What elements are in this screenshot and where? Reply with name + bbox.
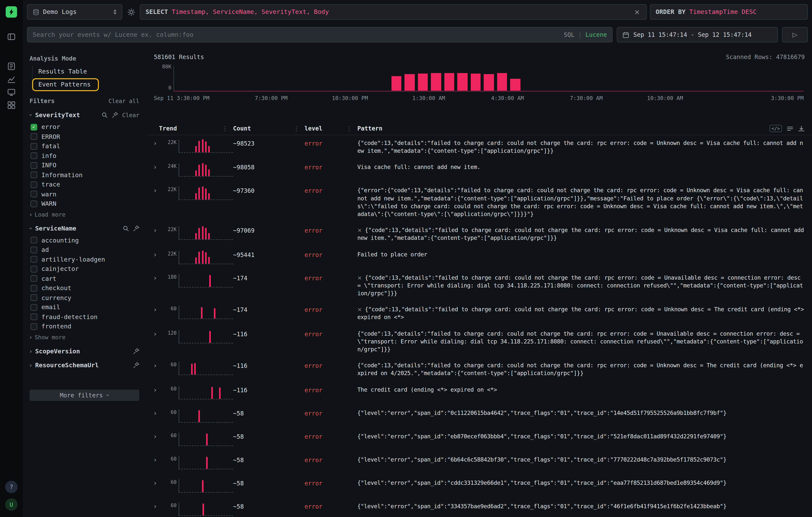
search-icon[interactable]: [102, 112, 108, 118]
checkbox-warn[interactable]: [30, 191, 37, 197]
date-range-picker[interactable]: Sep 11 15:47:14 - Sep 12 15:47:14: [617, 27, 778, 42]
header-pattern[interactable]: Pattern: [357, 124, 805, 132]
filter-option-fraud-detection[interactable]: fraud-detection: [30, 312, 139, 321]
histogram-bar[interactable]: [497, 73, 507, 91]
filter-option-information[interactable]: Information: [30, 170, 139, 180]
row-expand-chevron[interactable]: ›: [154, 187, 164, 195]
checkbox-info[interactable]: [30, 162, 37, 169]
checkbox-error[interactable]: ✓: [30, 124, 37, 130]
filter-group-scopeversion[interactable]: › ScopeVersion: [30, 347, 139, 354]
header-trend[interactable]: Trend⋮: [159, 124, 233, 132]
logs-icon[interactable]: [7, 62, 16, 71]
checkbox-error[interactable]: [30, 133, 37, 140]
row-expand-chevron[interactable]: ›: [154, 274, 164, 282]
grid-dashboard-icon[interactable]: [7, 100, 16, 110]
row-expand-chevron[interactable]: ›: [154, 306, 164, 314]
gear-icon[interactable]: [125, 8, 137, 16]
sql-select-input[interactable]: SELECT Timestamp, ServiceName, SeverityT…: [140, 4, 647, 20]
mode-sql-button[interactable]: SQL: [564, 31, 575, 38]
checkbox-trace[interactable]: [30, 181, 37, 188]
row-density-icon[interactable]: [787, 125, 793, 132]
histogram-bar[interactable]: [431, 73, 441, 91]
histogram-bar[interactable]: [470, 74, 481, 91]
row-expand-chevron[interactable]: ›: [154, 362, 164, 370]
checkbox-information[interactable]: [30, 172, 37, 178]
user-avatar[interactable]: U: [5, 498, 18, 511]
filter-option-cart[interactable]: cart: [30, 274, 139, 283]
filter-option-trace[interactable]: trace: [30, 180, 139, 189]
filter-option-error[interactable]: ✓error: [30, 122, 139, 132]
checkbox-currency[interactable]: [30, 294, 37, 301]
row-expand-chevron[interactable]: ›: [154, 330, 164, 338]
run-query-button[interactable]: ▷: [782, 27, 808, 42]
checkbox-artillery-loadgen[interactable]: [30, 256, 37, 263]
checkbox-ad[interactable]: [30, 247, 37, 253]
clear-query-icon[interactable]: ×: [633, 8, 641, 16]
clear-all-filters-button[interactable]: Clear all: [108, 98, 139, 105]
row-expand-chevron[interactable]: ›: [154, 409, 164, 417]
app-logo-bolt-icon[interactable]: [6, 6, 17, 18]
filter-option-frontend[interactable]: frontend: [30, 322, 139, 331]
checkbox-warn[interactable]: [30, 200, 37, 207]
row-expand-chevron[interactable]: ›: [154, 227, 164, 234]
header-count[interactable]: Count⋮: [233, 124, 304, 132]
search-input[interactable]: Search your events w/ Lucene ex. column:…: [27, 27, 613, 42]
code-view-button[interactable]: </>: [770, 125, 782, 132]
checkbox-frontend[interactable]: [30, 323, 37, 330]
pin-icon[interactable]: [133, 348, 139, 354]
checkbox-fraud-detection[interactable]: [30, 314, 37, 320]
row-expand-chevron[interactable]: ›: [154, 456, 164, 463]
filter-option-currency[interactable]: currency: [30, 293, 139, 303]
checkbox-checkout[interactable]: [30, 285, 37, 291]
row-expand-chevron[interactable]: ›: [154, 432, 164, 440]
histogram-bar[interactable]: [457, 73, 467, 91]
mode-results-table[interactable]: Results Table: [38, 66, 93, 77]
checkbox-accounting[interactable]: [30, 237, 37, 243]
filter-option-warn[interactable]: warn: [30, 189, 139, 199]
pin-icon[interactable]: [133, 225, 139, 231]
filter-option-artillery-loadgen[interactable]: artillery-loadgen: [30, 255, 139, 264]
search-icon[interactable]: [123, 225, 129, 231]
row-expand-chevron[interactable]: ›: [154, 502, 164, 510]
filter-option-warn[interactable]: WARN: [30, 199, 139, 208]
filter-option-email[interactable]: email: [30, 303, 139, 312]
help-button[interactable]: ?: [5, 481, 18, 493]
load-more-link[interactable]: ›Load more: [30, 211, 139, 218]
order-by-input[interactable]: ORDER BY TimestampTime DESC: [650, 4, 808, 20]
clear-severity-button[interactable]: Clear: [122, 112, 139, 118]
chevron-down-icon[interactable]: ›: [28, 114, 34, 116]
events-histogram[interactable]: 80K 0: [154, 63, 805, 94]
filter-option-fatal[interactable]: fatal: [30, 141, 139, 151]
checkbox-cart[interactable]: [30, 275, 37, 282]
show-more-link[interactable]: ›Show more: [30, 334, 139, 341]
column-drag-handle[interactable]: ⋮: [293, 124, 304, 132]
mode-lucene-button[interactable]: Lucene: [585, 31, 607, 38]
filter-group-name[interactable]: SeverityText: [35, 111, 80, 119]
checkbox-info[interactable]: [30, 152, 37, 159]
mode-event-patterns[interactable]: Event Patterns: [32, 78, 99, 91]
panel-left-icon[interactable]: [7, 32, 16, 41]
pin-icon[interactable]: [112, 112, 118, 118]
filter-option-checkout[interactable]: checkout: [30, 283, 139, 293]
histogram-bar[interactable]: [484, 74, 494, 91]
row-expand-chevron[interactable]: ›: [154, 251, 164, 258]
row-expand-chevron[interactable]: ›: [154, 386, 164, 394]
download-icon[interactable]: [798, 125, 805, 132]
filter-option-error[interactable]: ERROR: [30, 132, 139, 141]
filter-group-resourceschemaurl[interactable]: › ResourceSchemaUrl: [30, 362, 139, 369]
filter-option-cainjector[interactable]: cainjector: [30, 264, 139, 274]
filter-option-info[interactable]: info: [30, 151, 139, 161]
row-expand-chevron[interactable]: ›: [154, 479, 164, 487]
histogram-bar[interactable]: [392, 77, 401, 91]
source-select[interactable]: Demo Logs: [27, 4, 122, 20]
filter-option-accounting[interactable]: accounting: [30, 235, 139, 245]
histogram-bar[interactable]: [510, 79, 520, 91]
header-level[interactable]: level⋮: [304, 124, 357, 132]
more-filters-button[interactable]: More filters›: [30, 390, 139, 401]
chart-icon[interactable]: [7, 75, 16, 84]
column-drag-handle[interactable]: ⋮: [222, 124, 233, 132]
checkbox-cainjector[interactable]: [30, 265, 37, 272]
row-expand-chevron[interactable]: ›: [154, 139, 164, 147]
row-expand-chevron[interactable]: ›: [154, 164, 164, 171]
chevron-down-icon[interactable]: ›: [28, 227, 34, 229]
